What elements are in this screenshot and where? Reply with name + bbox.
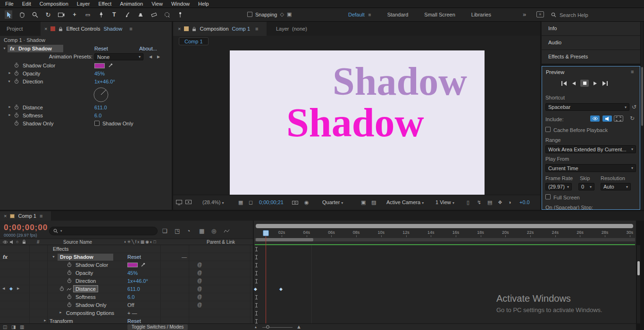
row-label[interactable]: Shadow Color (75, 262, 108, 268)
menu-file[interactable]: File (1, 0, 18, 8)
preview-display-icon[interactable] (176, 200, 182, 205)
skip-dropdown[interactable]: 0▾ (578, 183, 594, 190)
work-area-bar[interactable] (256, 238, 313, 241)
snapping-checkbox[interactable] (247, 12, 252, 17)
roto-brush-tool-icon[interactable] (163, 10, 171, 19)
zoom-out-mountain-icon[interactable]: ▴ (255, 325, 257, 329)
workspace-bar-icon[interactable]: ≡ (536, 11, 544, 17)
frame-rate-dropdown[interactable]: (29.97)▾ (545, 183, 572, 190)
twirl-down-icon[interactable]: ▼ (8, 80, 11, 83)
timeline-scrollbar-thumb[interactable] (637, 261, 640, 275)
menu-view[interactable]: View (147, 0, 167, 8)
stopwatch-icon[interactable] (14, 79, 19, 84)
param-row-distance[interactable]: ► Distance 611.0 (0, 104, 172, 112)
stopwatch-icon[interactable] (67, 278, 72, 283)
twirl-right-icon[interactable]: ► (8, 105, 11, 108)
panel-menu-icon[interactable]: ≡ (129, 26, 132, 32)
expand-layer-switches-icon[interactable]: ◫ (3, 324, 7, 330)
zoom-in-mountain-icon[interactable]: ▲ (296, 324, 301, 330)
selection-tool-icon[interactable] (5, 10, 12, 19)
cache-before-playback-checkbox[interactable] (545, 127, 551, 132)
stopwatch-icon[interactable] (59, 286, 64, 291)
param-row-shadow-color[interactable]: Shadow Color (0, 62, 172, 70)
timeline-row-drop-shadow[interactable]: fx▼Drop ShadowReset— (0, 253, 636, 261)
toggle-switches-modes-button[interactable]: Toggle Switches / Modes (127, 324, 188, 330)
full-screen-checkbox[interactable] (545, 194, 551, 199)
tab-layer-label[interactable]: Layer (276, 26, 289, 32)
graph-editor-icon[interactable] (224, 229, 230, 233)
close-tab-icon[interactable]: × (178, 26, 181, 32)
snap-to-edges-icon[interactable]: ◇ (280, 11, 284, 17)
tab-effect-controls[interactable]: × Effect Controls Shadow ≡ (41, 22, 172, 36)
param-value[interactable]: 6.0 (94, 113, 101, 118)
row-label[interactable]: Compositing Options (66, 310, 114, 316)
transparency-grid-icon[interactable]: ▨ (371, 199, 376, 206)
clone-stamp-tool-icon[interactable] (137, 10, 144, 19)
workspace-libraries[interactable]: Libraries (471, 12, 491, 17)
fast-previews-icon[interactable]: ↯ (477, 199, 481, 206)
current-timecode[interactable]: 0;00;00;00 (4, 223, 48, 232)
exposure-value[interactable]: +0.0 (519, 199, 530, 205)
workspace-overflow[interactable]: » (523, 11, 526, 18)
expand-inout-icon[interactable]: ▥ (20, 324, 24, 330)
region-icon[interactable]: ▣ (361, 199, 366, 206)
stopwatch-icon[interactable] (14, 71, 19, 76)
row-value[interactable]: Reset (127, 254, 141, 260)
keyframe-toggle-icon[interactable]: ◆ (9, 286, 13, 291)
right-scrollbar[interactable] (641, 22, 644, 210)
close-tab-icon[interactable]: × (44, 26, 47, 32)
current-time-indicator[interactable] (263, 230, 269, 236)
source-name-column-label[interactable]: Source Name (63, 239, 92, 245)
shadow-only-checkbox[interactable] (94, 121, 100, 126)
pickwhip-icon[interactable]: @ (197, 294, 202, 299)
stopwatch-icon[interactable] (14, 113, 19, 118)
stopwatch-icon[interactable] (67, 294, 72, 299)
hand-tool-icon[interactable] (18, 10, 25, 19)
row-value[interactable]: 6.0 (127, 294, 134, 300)
composition-canvas[interactable]: Shadow Shadow (230, 50, 485, 195)
zoom-dropdown[interactable]: (28.4%) ▾ (202, 199, 224, 205)
motion-blur-icon[interactable]: ◎ (211, 228, 216, 234)
overlays-include-icon[interactable] (614, 116, 623, 122)
stopwatch-icon[interactable] (67, 262, 72, 267)
stopwatch-icon[interactable] (14, 105, 19, 110)
effects-presets-panel-header[interactable]: Effects & Presets (542, 50, 640, 64)
param-row-opacity[interactable]: ► Opacity 45% (0, 70, 172, 78)
time-navigator[interactable] (256, 224, 633, 228)
resolution-preview-dropdown[interactable]: Auto▾ (601, 183, 631, 190)
stopwatch-icon[interactable] (14, 63, 19, 68)
reset-button[interactable]: Reset (94, 46, 108, 51)
workspace-standard[interactable]: Standard (387, 12, 409, 17)
row-label[interactable]: Drop Shadow (60, 254, 93, 260)
range-dropdown[interactable]: Work Area Extended By Current...▾ (545, 145, 636, 153)
twirl-down-icon[interactable]: ▼ (52, 255, 55, 258)
row-label[interactable]: Distance (73, 285, 98, 292)
video-include-icon[interactable] (590, 116, 600, 122)
lock-icon[interactable] (59, 26, 63, 32)
region-of-interest-icon[interactable]: ◻ (249, 199, 253, 206)
keyframe-icon[interactable]: ◆ (254, 287, 257, 291)
menu-help[interactable]: Help (194, 0, 213, 8)
pickwhip-icon[interactable]: @ (197, 302, 202, 307)
animation-presets-dropdown[interactable]: None▾ (94, 53, 143, 60)
camera-dropdown[interactable]: Active Camera ▾ (386, 199, 424, 205)
menu-window[interactable]: Window (167, 0, 194, 8)
snapshot-icon[interactable] (292, 200, 298, 205)
effect-name[interactable]: Drop Shadow (18, 46, 52, 51)
row-value[interactable]: + — (127, 310, 137, 316)
shy-layers-icon[interactable]: ◔ (187, 228, 190, 234)
row-label[interactable]: Shadow Only (75, 302, 106, 308)
play-stop-button[interactable] (580, 80, 589, 87)
view-layout-dropdown[interactable]: 1 View ▾ (435, 199, 454, 205)
menu-layer[interactable]: Layer (73, 0, 94, 8)
workspace-menu-icon[interactable]: ≡ (368, 12, 371, 17)
panel-menu-icon[interactable]: ≡ (40, 213, 42, 219)
playhead-line[interactable] (266, 236, 266, 324)
about-button[interactable]: About... (139, 46, 157, 51)
row-label[interactable]: Opacity (75, 270, 93, 276)
reset-exposure-icon[interactable]: ◑ (508, 199, 511, 205)
reset-shortcut-icon[interactable]: ↺ (632, 104, 636, 110)
timeline-zoom-thumb[interactable] (266, 325, 269, 329)
time-ruler[interactable]: 02s04s06s08s10s12s14s16s18s20s22s24s26s2… (254, 230, 637, 238)
param-row-shadow-only[interactable]: Shadow Only Shadow Only (0, 120, 172, 128)
